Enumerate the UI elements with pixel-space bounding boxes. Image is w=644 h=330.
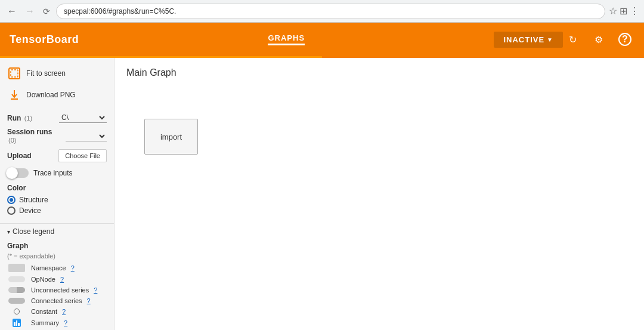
opnode-icon: [7, 276, 26, 282]
header-nav: GRAPHS: [79, 33, 494, 45]
chrome-actions: ☆ ⊞ ⋮: [609, 5, 639, 17]
summary-link[interactable]: ?: [64, 319, 67, 326]
legend-toggle-label: Close legend: [13, 227, 54, 236]
color-label: Color: [7, 184, 107, 192]
run-count: (1): [24, 115, 32, 122]
chevron-down-icon: ▼: [547, 36, 553, 43]
summary-label: Summary: [31, 319, 59, 326]
list-item: Connected series ?: [0, 295, 114, 306]
svg-rect-1: [11, 70, 18, 77]
constant-link[interactable]: ?: [62, 308, 66, 315]
color-structure-radio[interactable]: Structure: [7, 195, 107, 205]
session-runs-count: (0): [8, 137, 16, 144]
list-item: OpNode ?: [0, 274, 114, 285]
fit-to-screen-button[interactable]: Fit to screen: [0, 63, 114, 84]
browser-chrome: ← → ⟳ specpal:6006/#graphs&run=C%5C. ☆ ⊞…: [0, 0, 644, 23]
legend-section: ▾ Close legend Graph (* = expandable) Na…: [0, 223, 114, 330]
import-node-label: import: [160, 132, 182, 141]
list-item: Constant ?: [0, 306, 114, 317]
device-radio-button[interactable]: [7, 206, 16, 215]
settings-button[interactable]: ⚙: [589, 30, 608, 49]
run-select[interactable]: C\: [59, 113, 107, 123]
structure-radio-button[interactable]: [7, 196, 16, 204]
namespace-icon: [7, 264, 26, 272]
structure-radio-dot: [10, 198, 13, 202]
device-radio-label: Device: [19, 206, 41, 215]
connected-link[interactable]: ?: [87, 297, 91, 304]
choose-file-button[interactable]: Choose File: [58, 149, 107, 162]
opnode-link[interactable]: ?: [60, 276, 64, 283]
bookmark-icon[interactable]: ☆: [609, 5, 617, 17]
summary-icon: [7, 319, 26, 327]
refresh-icon: ↻: [569, 34, 577, 45]
legend-expandable-note: (* = expandable): [0, 252, 114, 262]
trace-inputs-toggle[interactable]: [7, 168, 29, 178]
legend-toggle-button[interactable]: ▾ Close legend: [0, 224, 114, 239]
trace-inputs-label: Trace inputs: [33, 169, 73, 177]
help-button[interactable]: ?: [615, 30, 634, 49]
list-item: Summary ?: [0, 317, 114, 329]
namespace-link[interactable]: ?: [71, 264, 75, 272]
app-logo: TensorBoard: [10, 33, 79, 46]
main-content: Main Graph import: [114, 58, 644, 330]
menu-icon[interactable]: ⋮: [630, 5, 639, 17]
url-bar[interactable]: specpal:6006/#graphs&run=C%5C.: [56, 4, 605, 19]
legend-graph-label: Graph: [0, 239, 114, 252]
connected-icon: [7, 298, 26, 304]
run-row: Run (1) C\: [0, 110, 114, 125]
inactive-dropdown[interactable]: INACTIVE ▼: [494, 32, 563, 48]
run-label: Run (1): [7, 114, 32, 122]
download-png-label: Download PNG: [26, 91, 76, 99]
trace-inputs-row: Trace inputs: [0, 165, 114, 181]
list-item: Unconnected series ?: [0, 285, 114, 295]
color-device-radio[interactable]: Device: [7, 205, 107, 216]
main-graph-title: Main Graph: [114, 58, 644, 83]
main-layout: Fit to screen Download PNG Run (1): [0, 58, 644, 330]
opnode-label: OpNode: [31, 276, 55, 283]
inactive-label: INACTIVE: [503, 35, 544, 44]
structure-radio-label: Structure: [19, 196, 48, 204]
upload-label: Upload: [7, 152, 32, 160]
color-section: Color Structure Device: [0, 181, 114, 218]
url-text: specpal:6006/#graphs&run=C%5C.: [64, 7, 176, 16]
nav-graphs[interactable]: GRAPHS: [268, 33, 305, 45]
upload-row: Upload Choose File: [0, 147, 114, 165]
unconnected-icon: [7, 287, 26, 293]
session-runs-row: Session runs (0): [0, 125, 114, 147]
refresh-button[interactable]: ↻: [563, 30, 582, 49]
session-runs-select[interactable]: [66, 131, 107, 141]
session-runs-label: Session runs (0): [7, 128, 56, 144]
forward-button[interactable]: →: [23, 4, 37, 19]
constant-label: Constant: [31, 308, 57, 315]
sidebar: Fit to screen Download PNG Run (1): [0, 58, 114, 330]
import-node[interactable]: import: [144, 119, 198, 155]
help-icon: ?: [618, 33, 631, 46]
namespace-label: Namespace: [31, 264, 66, 272]
back-button[interactable]: ←: [5, 4, 19, 19]
chevron-up-icon: ▾: [7, 229, 10, 235]
unconnected-link[interactable]: ?: [94, 286, 97, 294]
extensions-icon[interactable]: ⊞: [620, 5, 627, 17]
download-png-button[interactable]: Download PNG: [0, 84, 114, 106]
settings-icon: ⚙: [595, 34, 603, 45]
app-header: TensorBoard GRAPHS INACTIVE ▼ ↻ ⚙ ?: [0, 23, 644, 56]
constant-icon: [7, 309, 26, 314]
fit-to-screen-label: Fit to screen: [26, 69, 66, 78]
toggle-knob: [6, 167, 18, 179]
list-item: Namespace ?: [0, 262, 114, 274]
fit-icon: [7, 66, 21, 81]
unconnected-label: Unconnected series: [31, 286, 89, 294]
download-icon: [7, 88, 21, 102]
graph-canvas[interactable]: import: [114, 83, 644, 330]
reload-button[interactable]: ⟳: [41, 4, 52, 18]
header-actions: ↻ ⚙ ?: [563, 30, 634, 49]
connected-label: Connected series: [31, 297, 82, 304]
